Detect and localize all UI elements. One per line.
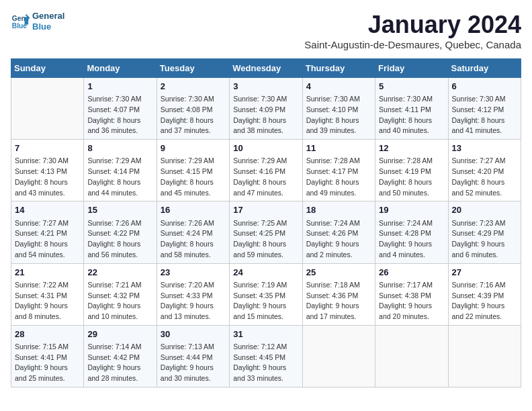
- day-info: Sunrise: 7:24 AMSunset: 4:26 PMDaylight:…: [306, 219, 360, 259]
- calendar-body: 1 Sunrise: 7:30 AMSunset: 4:07 PMDayligh…: [11, 78, 521, 387]
- day-info: Sunrise: 7:29 AMSunset: 4:16 PMDaylight:…: [233, 156, 287, 196]
- day-info: Sunrise: 7:20 AMSunset: 4:33 PMDaylight:…: [161, 281, 214, 320]
- calendar-cell: 29 Sunrise: 7:14 AMSunset: 4:42 PMDaylig…: [84, 325, 157, 387]
- day-number: 4: [306, 81, 371, 93]
- day-info: Sunrise: 7:23 AMSunset: 4:29 PMDaylight:…: [452, 219, 506, 259]
- calendar-week-5: 28 Sunrise: 7:15 AMSunset: 4:41 PMDaylig…: [11, 325, 521, 387]
- day-number: 13: [452, 142, 517, 154]
- calendar-cell: 16 Sunrise: 7:26 AMSunset: 4:24 PMDaylig…: [157, 201, 229, 263]
- calendar-cell: 18 Sunrise: 7:24 AMSunset: 4:26 PMDaylig…: [302, 201, 375, 263]
- col-friday: Friday: [375, 59, 448, 78]
- calendar-cell: 2 Sunrise: 7:30 AMSunset: 4:08 PMDayligh…: [157, 78, 229, 140]
- calendar-week-2: 7 Sunrise: 7:30 AMSunset: 4:13 PMDayligh…: [11, 140, 521, 201]
- day-number: 15: [87, 204, 152, 216]
- calendar-cell: 15 Sunrise: 7:26 AMSunset: 4:22 PMDaylig…: [84, 201, 157, 263]
- day-info: Sunrise: 7:16 AMSunset: 4:39 PMDaylight:…: [452, 281, 506, 320]
- calendar-cell: 21 Sunrise: 7:22 AMSunset: 4:31 PMDaylig…: [11, 263, 84, 325]
- day-info: Sunrise: 7:28 AMSunset: 4:17 PMDaylight:…: [306, 156, 360, 196]
- calendar-cell: 7 Sunrise: 7:30 AMSunset: 4:13 PMDayligh…: [11, 140, 84, 201]
- day-number: 19: [379, 204, 444, 216]
- day-info: Sunrise: 7:24 AMSunset: 4:28 PMDaylight:…: [379, 219, 433, 259]
- calendar-cell: 12 Sunrise: 7:28 AMSunset: 4:19 PMDaylig…: [375, 140, 448, 201]
- day-info: Sunrise: 7:29 AMSunset: 4:15 PMDaylight:…: [161, 156, 214, 196]
- day-info: Sunrise: 7:21 AMSunset: 4:32 PMDaylight:…: [87, 281, 141, 320]
- calendar-cell: 5 Sunrise: 7:30 AMSunset: 4:11 PMDayligh…: [375, 78, 448, 140]
- day-info: Sunrise: 7:30 AMSunset: 4:12 PMDaylight:…: [452, 95, 506, 134]
- day-number: 26: [379, 267, 444, 279]
- day-number: 31: [233, 328, 298, 340]
- calendar-cell: 10 Sunrise: 7:29 AMSunset: 4:16 PMDaylig…: [230, 140, 302, 201]
- calendar-cell: 30 Sunrise: 7:13 AMSunset: 4:44 PMDaylig…: [157, 325, 229, 387]
- calendar-cell: 24 Sunrise: 7:19 AMSunset: 4:35 PMDaylig…: [230, 263, 302, 325]
- day-number: 18: [306, 204, 371, 216]
- calendar-cell: 27 Sunrise: 7:16 AMSunset: 4:39 PMDaylig…: [448, 263, 521, 325]
- calendar-week-3: 14 Sunrise: 7:27 AMSunset: 4:21 PMDaylig…: [11, 201, 521, 263]
- day-info: Sunrise: 7:15 AMSunset: 4:41 PMDaylight:…: [15, 342, 69, 382]
- day-info: Sunrise: 7:28 AMSunset: 4:19 PMDaylight:…: [379, 156, 433, 196]
- day-number: 20: [452, 204, 517, 216]
- calendar-cell: 9 Sunrise: 7:29 AMSunset: 4:15 PMDayligh…: [157, 140, 229, 201]
- day-number: 14: [15, 204, 80, 216]
- calendar-cell: 13 Sunrise: 7:27 AMSunset: 4:20 PMDaylig…: [448, 140, 521, 201]
- day-number: 8: [87, 142, 152, 154]
- calendar-container: General Blue General Blue January 2024 S…: [11, 11, 521, 387]
- calendar-cell: [375, 325, 448, 387]
- day-number: 9: [161, 142, 226, 154]
- day-info: Sunrise: 7:30 AMSunset: 4:07 PMDaylight:…: [87, 95, 141, 134]
- day-info: Sunrise: 7:26 AMSunset: 4:22 PMDaylight:…: [87, 219, 141, 259]
- col-tuesday: Tuesday: [157, 59, 229, 78]
- logo-line2: Blue: [32, 21, 64, 32]
- svg-marker-3: [25, 17, 29, 24]
- day-info: Sunrise: 7:19 AMSunset: 4:35 PMDaylight:…: [233, 281, 287, 320]
- day-info: Sunrise: 7:30 AMSunset: 4:11 PMDaylight:…: [379, 95, 433, 134]
- calendar-table: Sunday Monday Tuesday Wednesday Thursday…: [11, 58, 521, 387]
- day-number: 29: [87, 328, 152, 340]
- col-monday: Monday: [84, 59, 157, 78]
- day-number: 30: [161, 328, 226, 340]
- col-sunday: Sunday: [11, 59, 84, 78]
- calendar-cell: 17 Sunrise: 7:25 AMSunset: 4:25 PMDaylig…: [230, 201, 302, 263]
- calendar-cell: 8 Sunrise: 7:29 AMSunset: 4:14 PMDayligh…: [84, 140, 157, 201]
- day-number: 17: [233, 204, 298, 216]
- calendar-cell: 31 Sunrise: 7:12 AMSunset: 4:45 PMDaylig…: [230, 325, 302, 387]
- day-number: 22: [87, 267, 152, 279]
- day-number: 25: [306, 267, 371, 279]
- column-headers: Sunday Monday Tuesday Wednesday Thursday…: [11, 59, 521, 78]
- day-info: Sunrise: 7:14 AMSunset: 4:42 PMDaylight:…: [87, 342, 141, 382]
- day-info: Sunrise: 7:22 AMSunset: 4:31 PMDaylight:…: [15, 281, 69, 320]
- day-info: Sunrise: 7:13 AMSunset: 4:44 PMDaylight:…: [161, 342, 214, 382]
- day-number: 10: [233, 142, 298, 154]
- day-number: 12: [379, 142, 444, 154]
- day-info: Sunrise: 7:27 AMSunset: 4:21 PMDaylight:…: [15, 219, 69, 259]
- calendar-cell: 23 Sunrise: 7:20 AMSunset: 4:33 PMDaylig…: [157, 263, 229, 325]
- col-saturday: Saturday: [448, 59, 521, 78]
- calendar-cell: [448, 325, 521, 387]
- day-number: 6: [452, 81, 517, 93]
- day-number: 11: [306, 142, 371, 154]
- logo-line1: General: [32, 11, 64, 21]
- day-number: 27: [452, 267, 517, 279]
- calendar-cell: 19 Sunrise: 7:24 AMSunset: 4:28 PMDaylig…: [375, 201, 448, 263]
- calendar-cell: 28 Sunrise: 7:15 AMSunset: 4:41 PMDaylig…: [11, 325, 84, 387]
- calendar-week-1: 1 Sunrise: 7:30 AMSunset: 4:07 PMDayligh…: [11, 78, 521, 140]
- month-title: January 2024: [304, 11, 521, 39]
- day-number: 24: [233, 267, 298, 279]
- day-info: Sunrise: 7:27 AMSunset: 4:20 PMDaylight:…: [452, 156, 506, 196]
- day-number: 5: [379, 81, 444, 93]
- day-info: Sunrise: 7:12 AMSunset: 4:45 PMDaylight:…: [233, 342, 287, 382]
- calendar-cell: [302, 325, 375, 387]
- day-info: Sunrise: 7:30 AMSunset: 4:08 PMDaylight:…: [161, 95, 214, 134]
- day-number: 2: [161, 81, 226, 93]
- day-number: 23: [161, 267, 226, 279]
- calendar-cell: 14 Sunrise: 7:27 AMSunset: 4:21 PMDaylig…: [11, 201, 84, 263]
- day-info: Sunrise: 7:26 AMSunset: 4:24 PMDaylight:…: [161, 219, 214, 259]
- calendar-cell: 11 Sunrise: 7:28 AMSunset: 4:17 PMDaylig…: [302, 140, 375, 201]
- day-info: Sunrise: 7:17 AMSunset: 4:38 PMDaylight:…: [379, 281, 433, 320]
- day-number: 16: [161, 204, 226, 216]
- day-info: Sunrise: 7:30 AMSunset: 4:10 PMDaylight:…: [306, 95, 360, 134]
- calendar-cell: 6 Sunrise: 7:30 AMSunset: 4:12 PMDayligh…: [448, 78, 521, 140]
- calendar-cell: 22 Sunrise: 7:21 AMSunset: 4:32 PMDaylig…: [84, 263, 157, 325]
- calendar-cell: 25 Sunrise: 7:18 AMSunset: 4:36 PMDaylig…: [302, 263, 375, 325]
- calendar-cell: 4 Sunrise: 7:30 AMSunset: 4:10 PMDayligh…: [302, 78, 375, 140]
- calendar-cell: [11, 78, 84, 140]
